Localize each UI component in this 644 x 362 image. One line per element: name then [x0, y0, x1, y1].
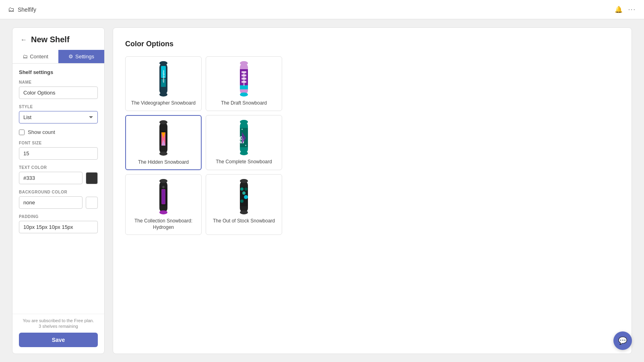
- top-bar: 🗂 Shelfify 🔔 ···: [0, 0, 644, 19]
- tab-settings[interactable]: ⚙ Settings: [58, 50, 104, 63]
- text-color-field-group: TEXT COLOR: [19, 165, 98, 184]
- name-field-group: NAME: [19, 80, 98, 99]
- app-logo-area: 🗂 Shelfify: [8, 6, 36, 13]
- bg-color-field-group: BACKGROUND COLOR: [19, 190, 98, 209]
- product-image-2: HIGHGROUND: [228, 61, 260, 97]
- style-select[interactable]: List Grid Carousel: [19, 111, 98, 123]
- sidebar-body: Shelf settings NAME STYLE List Grid Caro…: [12, 64, 104, 314]
- app-container: 🗂 Shelfify 🔔 ··· ← New Shelf 🗂 Content ⚙…: [0, 0, 644, 362]
- tab-content[interactable]: 🗂 Content: [12, 50, 58, 63]
- product-grid: videographer The Videographer Snowboard: [125, 56, 619, 235]
- svg-text:videographer: videographer: [162, 70, 165, 83]
- name-input[interactable]: [19, 86, 98, 99]
- product-image-1: videographer: [147, 61, 180, 97]
- product-name-5: The Collection Snowboard: Hydrogen: [130, 218, 197, 230]
- svg-point-3: [159, 61, 167, 65]
- svg-point-42: [240, 200, 244, 203]
- svg-point-43: [244, 195, 248, 199]
- text-color-row: [19, 172, 98, 184]
- sidebar-header: ← New Shelf: [12, 28, 104, 50]
- bell-icon[interactable]: 🔔: [615, 6, 623, 13]
- shelves-remaining: 3 shelves remaining: [19, 324, 98, 329]
- font-size-field-group: FONT SIZE: [19, 141, 98, 160]
- svg-point-41: [244, 187, 248, 191]
- svg-point-36: [159, 210, 167, 214]
- svg-point-44: [242, 191, 246, 195]
- svg-point-37: [162, 186, 165, 188]
- style-label: STYLE: [19, 105, 98, 109]
- svg-point-29: [240, 151, 248, 155]
- svg-rect-27: [245, 145, 246, 146]
- svg-point-4: [159, 93, 167, 97]
- svg-point-28: [240, 120, 248, 124]
- sidebar-footer: You are subscribed to the Free plan. 3 s…: [12, 314, 104, 354]
- content-tab-icon: 🗂: [23, 53, 28, 60]
- main-content: ← New Shelf 🗂 Content ⚙ Settings Shelf s…: [0, 19, 644, 362]
- app-logo-icon: 🗂: [8, 6, 14, 13]
- text-color-swatch[interactable]: [86, 172, 98, 184]
- bg-color-input[interactable]: [19, 196, 83, 209]
- svg-point-13: [240, 93, 248, 97]
- show-count-checkbox[interactable]: [19, 130, 25, 135]
- top-bar-actions: 🔔 ···: [615, 6, 636, 13]
- svg-point-40: [240, 187, 244, 191]
- product-card-2[interactable]: HIGHGROUND The Draft Snowboard: [206, 56, 282, 111]
- app-name: Shelfify: [18, 6, 36, 13]
- chat-icon: 💬: [618, 336, 627, 345]
- show-count-label: Show count: [28, 129, 55, 135]
- padding-label: PADDING: [19, 214, 98, 219]
- svg-text:HIGHGROUND: HIGHGROUND: [243, 72, 245, 86]
- svg-point-22: [159, 152, 167, 156]
- product-name-3: The Hidden Snowboard: [138, 159, 189, 166]
- svg-point-46: [240, 210, 248, 214]
- sidebar: ← New Shelf 🗂 Content ⚙ Settings Shelf s…: [12, 27, 105, 354]
- content-tab-label: Content: [30, 53, 48, 60]
- product-name-1: The Videographer Snowboard: [131, 100, 196, 107]
- bg-color-label: BACKGROUND COLOR: [19, 190, 98, 194]
- product-name-4: The Complete Snowboard: [216, 159, 272, 165]
- name-label: NAME: [19, 80, 98, 84]
- font-size-label: FONT SIZE: [19, 141, 98, 145]
- chat-button[interactable]: 💬: [613, 331, 632, 350]
- product-card-1[interactable]: videographer The Videographer Snowboard: [125, 56, 202, 111]
- svg-point-45: [240, 179, 248, 183]
- svg-point-12: [240, 61, 248, 65]
- product-image-5: [147, 179, 180, 215]
- svg-point-35: [159, 179, 167, 183]
- tab-bar: 🗂 Content ⚙ Settings: [12, 50, 104, 64]
- preview-area: Color Options videographer: [113, 27, 632, 354]
- preview-title: Color Options: [125, 40, 619, 48]
- svg-rect-26: [242, 129, 243, 130]
- settings-tab-icon: ⚙: [68, 53, 73, 60]
- back-button[interactable]: ←: [21, 36, 27, 43]
- product-image-3: [147, 120, 180, 156]
- sidebar-title: New Shelf: [31, 35, 70, 44]
- product-card-5[interactable]: The Collection Snowboard: Hydrogen: [125, 174, 202, 235]
- product-card-4[interactable]: SP The Complete Snowboard: [206, 115, 282, 171]
- shelf-settings-title: Shelf settings: [19, 69, 98, 75]
- settings-tab-label: Settings: [75, 53, 94, 60]
- product-name-2: The Draft Snowboard: [221, 100, 267, 107]
- bg-color-row: [19, 196, 98, 209]
- product-name-6: The Out of Stock Snowboard: [213, 218, 275, 224]
- text-color-input[interactable]: [19, 172, 83, 184]
- product-image-6: [228, 179, 260, 215]
- svg-rect-34: [162, 190, 165, 204]
- save-button[interactable]: Save: [19, 333, 98, 347]
- show-count-row: Show count: [19, 129, 98, 135]
- text-color-label: TEXT COLOR: [19, 165, 98, 170]
- svg-point-21: [159, 120, 167, 124]
- padding-field-group: PADDING: [19, 214, 98, 233]
- bg-color-swatch[interactable]: [86, 197, 98, 209]
- product-image-4: SP: [228, 119, 260, 156]
- font-size-input[interactable]: [19, 147, 98, 160]
- plan-text: You are subscribed to the Free plan.: [19, 318, 98, 323]
- more-icon[interactable]: ···: [628, 6, 636, 13]
- product-card-3[interactable]: The Hidden Snowboard: [125, 115, 202, 171]
- product-card-6[interactable]: The Out of Stock Snowboard: [206, 174, 282, 235]
- padding-input[interactable]: [19, 221, 98, 233]
- style-field-group: STYLE List Grid Carousel: [19, 105, 98, 123]
